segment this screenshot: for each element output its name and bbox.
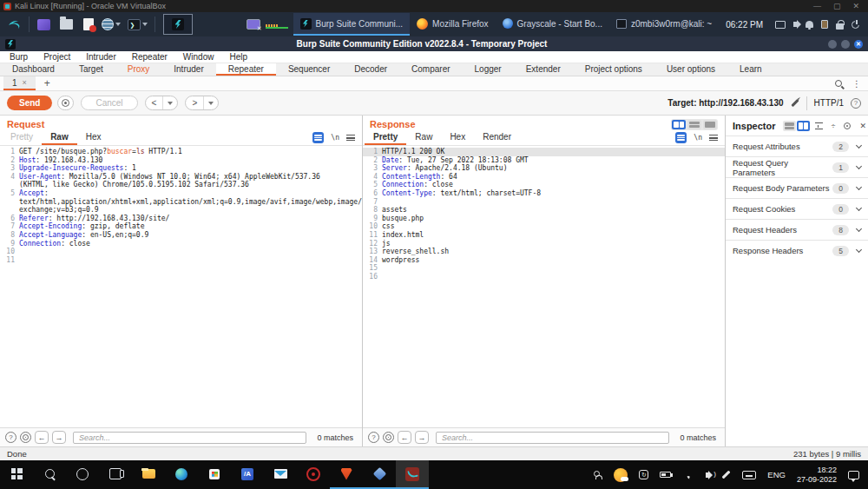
tray-icon[interactable] xyxy=(775,21,786,29)
search-help-icon[interactable]: ? xyxy=(5,432,16,443)
cancel-button[interactable]: Cancel xyxy=(81,96,137,110)
taskbar-icon[interactable] xyxy=(66,460,99,489)
file-manager-button[interactable] xyxy=(55,14,77,35)
chevron-down-icon[interactable] xyxy=(856,247,862,253)
send-button[interactable]: Send xyxy=(7,96,52,110)
menu-item[interactable]: Repeater xyxy=(124,52,175,62)
kali-taskbar-item[interactable]: Mozilla Firefox xyxy=(410,13,495,36)
battery-icon[interactable] xyxy=(660,472,671,478)
close-icon[interactable]: ✕ xyxy=(852,2,859,10)
search-input[interactable] xyxy=(436,432,669,444)
main-tab[interactable]: User options xyxy=(654,63,727,76)
search-settings-icon[interactable] xyxy=(383,432,394,443)
menu-item[interactable]: Burp xyxy=(2,52,36,62)
inspector-section[interactable]: Response Headers 5 xyxy=(726,240,868,261)
chevron-down-icon[interactable] xyxy=(168,102,173,105)
menu-item[interactable]: Window xyxy=(175,52,222,62)
taskbar-icon[interactable] xyxy=(297,460,330,489)
search-next-button[interactable]: → xyxy=(52,431,66,444)
main-tab[interactable]: Target xyxy=(67,63,115,76)
main-tab[interactable]: Dashboard xyxy=(0,63,67,76)
window-manager-button[interactable] xyxy=(32,14,55,35)
main-tab[interactable]: Sequencer xyxy=(276,63,342,76)
editor-menu-icon[interactable] xyxy=(709,135,718,141)
collapse-all-icon[interactable]: ÷ xyxy=(832,122,836,130)
edit-target-icon[interactable] xyxy=(791,99,799,107)
inspector-section[interactable]: Request Cookies 0 xyxy=(726,198,868,219)
main-tab[interactable]: Repeater xyxy=(216,63,276,76)
kali-taskbar-item[interactable]: Grayscale - Start Bo... xyxy=(496,13,609,36)
repeater-tab-1[interactable]: 1 × xyxy=(3,76,36,90)
highlight-toggle-icon[interactable] xyxy=(312,132,324,143)
terminal-button[interactable]: ❯ xyxy=(122,14,152,35)
tray-icon[interactable] xyxy=(836,23,844,30)
search-help-icon[interactable]: ? xyxy=(368,432,379,443)
send-settings-button[interactable] xyxy=(57,96,74,110)
layout-single-button[interactable] xyxy=(703,120,717,129)
menu-item[interactable]: Intruder xyxy=(78,52,123,62)
menu-item[interactable]: Project xyxy=(36,52,78,62)
add-tab-button[interactable]: + xyxy=(36,76,59,90)
maximize-icon[interactable] xyxy=(841,40,850,49)
show-newlines-icon[interactable]: \n xyxy=(694,134,702,142)
close-icon[interactable]: ✕ xyxy=(859,122,866,130)
main-tab[interactable]: Extender xyxy=(514,63,573,76)
view-tab[interactable]: Hex xyxy=(77,130,110,145)
taskbar-icon[interactable] xyxy=(132,460,165,489)
response-editor[interactable]: 1HTTP/1.1 200 OK2Date: Tue, 27 Sep 2022 … xyxy=(363,146,725,427)
history-forward-button[interactable]: > xyxy=(185,96,219,110)
web-browser-button[interactable] xyxy=(100,14,122,35)
main-tab[interactable]: Comparer xyxy=(399,63,462,76)
text-editor-button[interactable] xyxy=(77,14,100,35)
taskbar-icon[interactable] xyxy=(396,460,429,489)
history-back-button[interactable]: < xyxy=(145,96,179,110)
kali-menu-button[interactable] xyxy=(3,14,26,35)
pen-icon[interactable] xyxy=(722,471,731,479)
burp-launcher-button[interactable] xyxy=(163,14,193,35)
kali-taskbar-item[interactable]: z0mbi3w0rm@kali: ~ xyxy=(609,13,719,36)
view-tab[interactable]: Pretty xyxy=(2,130,42,145)
search-prev-button[interactable]: ← xyxy=(398,431,411,444)
tray-icon[interactable] xyxy=(852,21,859,29)
taskbar-icon[interactable] xyxy=(0,460,33,489)
chevron-down-icon[interactable] xyxy=(856,142,862,149)
inspector-section[interactable]: Request Body Parameters 0 xyxy=(726,177,868,198)
close-icon[interactable]: ✕ xyxy=(854,40,863,49)
menu-item[interactable]: Help xyxy=(221,52,255,62)
main-tab[interactable]: Decoder xyxy=(342,63,399,76)
kali-taskbar-item[interactable]: Burp Suite Communi... xyxy=(293,13,411,36)
chevron-down-icon[interactable] xyxy=(856,205,862,211)
minimize-icon[interactable] xyxy=(828,40,837,49)
more-options-icon[interactable]: ⋮ xyxy=(852,79,861,89)
inspector-section[interactable]: Request Attributes 2 xyxy=(726,135,868,156)
main-tab[interactable]: Proxy xyxy=(115,63,162,76)
maximize-icon[interactable]: ▢ xyxy=(833,2,841,10)
taskbar-icon[interactable] xyxy=(99,460,132,489)
view-tab[interactable]: Hex xyxy=(441,130,474,145)
tray-icon[interactable] xyxy=(806,21,813,28)
inspector-section[interactable]: Request Headers 8 xyxy=(726,219,868,240)
chevron-down-icon[interactable] xyxy=(856,163,862,169)
chevron-down-icon[interactable] xyxy=(115,23,121,26)
inspector-column-view-button[interactable] xyxy=(797,121,810,131)
view-tab[interactable]: Raw xyxy=(42,130,77,145)
taskbar-clock[interactable]: 18:22 27-09-2022 xyxy=(797,466,837,485)
main-tab[interactable]: Project options xyxy=(573,63,654,76)
search-next-button[interactable]: → xyxy=(415,431,429,444)
expand-all-icon[interactable] xyxy=(815,122,823,129)
taskbar-icon[interactable] xyxy=(198,460,231,489)
chevron-down-icon[interactable] xyxy=(856,226,862,232)
layout-rows-button[interactable] xyxy=(687,120,701,129)
minimize-icon[interactable]: — xyxy=(813,2,821,10)
gear-icon[interactable] xyxy=(844,122,851,129)
wifi-icon[interactable] xyxy=(682,471,694,479)
touch-keyboard-icon[interactable] xyxy=(742,471,756,479)
help-icon[interactable]: ? xyxy=(851,98,861,109)
main-tab[interactable]: Learn xyxy=(727,63,774,76)
search-prev-button[interactable]: ← xyxy=(35,431,49,444)
update-tray-icon[interactable] xyxy=(639,470,648,479)
panel-clock[interactable]: 06:22 PM xyxy=(726,20,763,30)
layout-columns-button[interactable] xyxy=(672,120,686,129)
taskbar-icon[interactable] xyxy=(33,460,66,489)
search-icon[interactable] xyxy=(835,80,842,87)
